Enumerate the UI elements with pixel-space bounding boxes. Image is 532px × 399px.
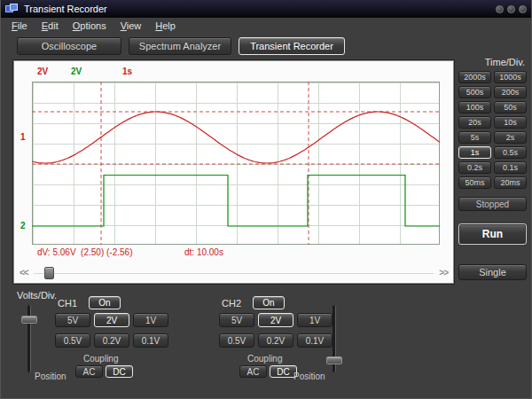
ch2-ac-button[interactable]: AC <box>239 365 267 378</box>
timediv-50ms[interactable]: 50ms <box>458 176 491 189</box>
tab-oscilloscope[interactable]: Oscilloscope <box>17 37 121 55</box>
window-title: Transient Recorder <box>24 4 107 14</box>
menubar: File Edit Options View Help <box>1 18 531 34</box>
timediv-1000s[interactable]: 1000s <box>494 71 527 83</box>
delta-voltage-readout: dV: 5.06V (2.50) (-2.56) <box>37 247 132 257</box>
time-div-grid: 2000s 1000s 500s 200s 100s 50s 20s 10s 5… <box>458 71 527 189</box>
scroll-right-button[interactable]: >> <box>439 268 448 278</box>
ch2-ground-marker[interactable]: 2 <box>20 221 26 231</box>
waveform-svg <box>32 82 440 245</box>
scroll-track[interactable] <box>34 273 434 274</box>
ch2-position-thumb[interactable] <box>326 356 342 364</box>
window-controls <box>496 5 527 13</box>
ch1-on-button[interactable]: On <box>89 296 121 309</box>
ch1-2v-button[interactable]: 2V <box>94 313 129 327</box>
timediv-10s[interactable]: 10s <box>494 116 527 129</box>
ch1-0-5v-button[interactable]: 0.5V <box>55 333 90 348</box>
app-icon <box>5 4 20 14</box>
menu-help[interactable]: Help <box>148 20 183 32</box>
minimize-button[interactable] <box>496 5 504 13</box>
ch1-volts-grid: 5V 2V 1V 0.5V 0.2V 0.1V <box>55 313 168 348</box>
volts-div-title: Volts/Div. <box>17 290 57 301</box>
timediv-20ms[interactable]: 20ms <box>494 176 527 189</box>
scope-scrollbar: << >> <box>16 266 451 280</box>
scroll-left-button[interactable]: << <box>20 268 28 278</box>
ch1-waveform <box>32 112 440 163</box>
ch2-5v-button[interactable]: 5V <box>219 313 254 327</box>
ch1-0-2v-button[interactable]: 0.2V <box>94 333 129 348</box>
timediv-100s[interactable]: 100s <box>458 101 491 113</box>
timediv-500s[interactable]: 500s <box>458 86 491 98</box>
ch2-2v-button[interactable]: 2V <box>258 313 293 327</box>
ch1-position-thumb[interactable] <box>21 316 37 324</box>
status-indicator: Stopped <box>458 197 527 211</box>
timebase-label: 1s <box>122 66 132 76</box>
ch2-label: CH2 <box>222 298 241 309</box>
menu-edit[interactable]: Edit <box>35 20 66 32</box>
scroll-thumb[interactable] <box>44 267 54 279</box>
ch2-position-label: Position <box>293 372 325 381</box>
ch1-position-slider <box>20 305 38 372</box>
ch1-ground-marker[interactable]: 1 <box>20 132 26 142</box>
timediv-0-2s[interactable]: 0.2s <box>458 161 491 174</box>
titlebar: Transient Recorder <box>1 0 531 18</box>
ch2-coupling-label: Coupling <box>247 354 282 364</box>
ch1-label: CH1 <box>58 298 77 309</box>
ch2-volts-label: 2V <box>71 66 82 76</box>
tab-spectrum-analyzer[interactable]: Spectrum Analyzer <box>129 37 231 55</box>
scope-display: 2V 2V 1s 1 2 dV: 5.06V (2.50) (-2.56) dt… <box>13 60 454 284</box>
maximize-button[interactable] <box>507 5 515 13</box>
timediv-20s[interactable]: 20s <box>458 116 491 129</box>
ch2-volts-grid: 5V 2V 1V 0.5V 0.2V 0.1V <box>219 313 332 348</box>
ch2-0-5v-button[interactable]: 0.5V <box>219 333 254 348</box>
timediv-50s[interactable]: 50s <box>494 101 527 113</box>
ch2-on-button[interactable]: On <box>253 296 285 309</box>
ch2-position-slider <box>325 305 343 372</box>
menu-options[interactable]: Options <box>66 20 113 32</box>
timediv-1s[interactable]: 1s <box>458 146 491 159</box>
app-window: Transient Recorder File Edit Options Vie… <box>0 0 532 399</box>
single-button[interactable]: Single <box>458 264 527 280</box>
timediv-5s[interactable]: 5s <box>458 131 491 144</box>
ch1-coupling-label: Coupling <box>83 354 118 364</box>
delta-time-readout: dt: 10.00s <box>184 247 223 257</box>
timediv-2000s[interactable]: 2000s <box>458 71 491 83</box>
menu-view[interactable]: View <box>113 20 149 32</box>
timediv-0-1s[interactable]: 0.1s <box>494 161 527 174</box>
ch1-dc-button[interactable]: DC <box>106 365 133 378</box>
ch1-position-label: Position <box>35 372 66 381</box>
close-button[interactable] <box>519 5 527 13</box>
ch1-5v-button[interactable]: 5V <box>55 313 90 327</box>
timediv-0-5s[interactable]: 0.5s <box>494 146 527 159</box>
ch1-0-1v-button[interactable]: 0.1V <box>133 333 168 348</box>
ch2-waveform <box>32 176 440 227</box>
menu-file[interactable]: File <box>4 20 35 32</box>
ch1-volts-label: 2V <box>37 66 48 76</box>
tab-transient-recorder[interactable]: Transient Recorder <box>239 37 345 55</box>
ch1-1v-button[interactable]: 1V <box>133 313 168 327</box>
timediv-200s[interactable]: 200s <box>494 86 527 98</box>
time-div-title: Time/Div. <box>458 57 527 67</box>
ch1-ac-button[interactable]: AC <box>75 365 103 378</box>
timediv-2s[interactable]: 2s <box>494 131 527 144</box>
run-button[interactable]: Run <box>458 223 527 245</box>
ch2-0-2v-button[interactable]: 0.2V <box>258 333 293 348</box>
